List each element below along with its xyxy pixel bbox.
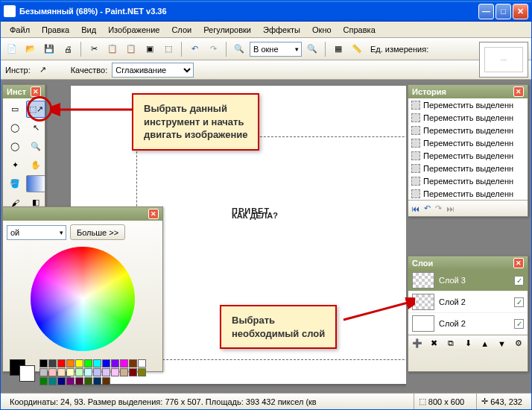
ellipse-select-tool[interactable]: ◯ <box>5 138 25 155</box>
history-item[interactable]: Переместить выделенн <box>408 111 528 124</box>
color-swatch[interactable] <box>84 359 92 368</box>
zoom-in-icon[interactable]: 🔍 <box>304 41 320 57</box>
color-swatch[interactable] <box>111 359 119 368</box>
tools-close-icon[interactable]: ✕ <box>31 86 41 97</box>
menu-layers[interactable]: Слои <box>165 24 197 36</box>
cut-icon[interactable]: ✂ <box>86 41 102 57</box>
zoom-dropdown[interactable]: В окне <box>250 42 302 57</box>
document-thumbnail[interactable]: ····· <box>479 42 528 78</box>
color-swatch[interactable] <box>138 359 146 368</box>
close-button[interactable]: ✕ <box>513 4 528 19</box>
history-forward-icon[interactable]: ⏭ <box>446 204 455 213</box>
layers-list[interactable]: Слой 3✓Слой 2✓Слой 2✓ <box>408 270 528 335</box>
layer-add-icon[interactable]: ➕ <box>410 335 425 352</box>
open-file-icon[interactable]: 📂 <box>22 41 39 57</box>
layer-props-icon[interactable]: ⚙ <box>511 335 526 352</box>
minimize-button[interactable]: — <box>478 4 494 19</box>
colors-panel-title[interactable]: ✕ <box>3 207 162 221</box>
color-swatch[interactable] <box>102 359 110 368</box>
new-file-icon[interactable]: 📄 <box>4 41 20 57</box>
menu-view[interactable]: Вид <box>75 24 102 36</box>
layer-visible-checkbox[interactable]: ✓ <box>514 276 524 286</box>
color-swatch[interactable] <box>120 368 128 376</box>
fill-tool[interactable]: 🪣 <box>5 175 25 192</box>
layers-panel-title[interactable]: Слои ✕ <box>408 256 528 270</box>
layer-item[interactable]: Слой 3✓ <box>408 270 528 291</box>
color-swatch[interactable] <box>39 377 48 385</box>
history-item[interactable]: Переместить выделенн <box>408 136 528 149</box>
color-swatch[interactable] <box>93 368 101 376</box>
color-swatch[interactable] <box>57 377 66 385</box>
colors-close-icon[interactable]: ✕ <box>148 209 159 219</box>
menu-help[interactable]: Справка <box>338 24 381 36</box>
history-item[interactable]: Переместить выделенн <box>408 187 528 200</box>
color-swatch[interactable] <box>66 359 75 368</box>
menu-edit[interactable]: Правка <box>36 24 75 36</box>
color-swatch[interactable] <box>138 368 146 376</box>
lasso-tool[interactable]: ◯ <box>5 119 25 136</box>
quality-select[interactable]: Сглаживание <box>112 63 194 78</box>
color-swatch[interactable] <box>48 377 57 385</box>
deselect-icon[interactable]: ⬚ <box>160 41 177 57</box>
history-close-icon[interactable]: ✕ <box>513 86 524 97</box>
layer-item[interactable]: Слой 2✓ <box>408 291 528 313</box>
color-wheel[interactable] <box>31 247 135 351</box>
color-swatch[interactable] <box>120 359 128 368</box>
menu-image[interactable]: Изображение <box>102 24 165 36</box>
layer-merge-icon[interactable]: ⬇ <box>460 335 475 352</box>
color-swatch[interactable] <box>57 359 66 368</box>
layer-item[interactable]: Слой 2✓ <box>408 313 528 335</box>
crop-icon[interactable]: ▣ <box>142 41 158 57</box>
paste-icon[interactable]: 📋 <box>123 41 139 57</box>
rect-select-tool[interactable]: ▭ <box>5 101 25 118</box>
layer-visible-checkbox[interactable]: ✓ <box>514 319 524 329</box>
gradient-tool[interactable] <box>26 175 45 192</box>
save-icon[interactable]: 💾 <box>41 41 57 57</box>
colors-more-button[interactable]: Больше >> <box>70 224 125 240</box>
menu-window[interactable]: Окно <box>306 24 338 36</box>
history-panel-title[interactable]: История ✕ <box>408 85 528 98</box>
zoom-tool[interactable]: 🔍 <box>26 138 45 155</box>
current-tool-icon[interactable]: ↗ <box>35 62 51 78</box>
ruler-icon[interactable]: 📏 <box>349 41 365 57</box>
copy-icon[interactable]: 📋 <box>104 41 121 57</box>
color-swatch[interactable] <box>84 368 92 376</box>
color-swatch[interactable] <box>75 377 83 385</box>
color-swatch[interactable] <box>39 368 48 376</box>
history-undo-icon[interactable]: ↶ <box>424 204 431 213</box>
layer-visible-checkbox[interactable]: ✓ <box>514 297 524 307</box>
history-item[interactable]: Переместить выделенн <box>408 162 528 174</box>
layer-delete-icon[interactable]: ✖ <box>427 335 442 352</box>
grid-icon[interactable]: ▦ <box>330 41 346 57</box>
redo-icon[interactable]: ↷ <box>205 41 221 57</box>
secondary-color[interactable] <box>19 365 35 382</box>
color-swatch[interactable] <box>111 368 119 376</box>
layers-close-icon[interactable]: ✕ <box>513 258 524 268</box>
history-item[interactable]: Переместить выделенн <box>408 149 528 162</box>
layer-down-icon[interactable]: ▼ <box>495 335 510 352</box>
history-list[interactable]: Переместить выделеннПереместить выделенн… <box>408 98 528 200</box>
maximize-button[interactable]: □ <box>495 4 511 19</box>
zoom-out-icon[interactable]: 🔍 <box>231 41 247 57</box>
menu-effects[interactable]: Эффекты <box>257 24 306 36</box>
color-swatch[interactable] <box>102 377 110 385</box>
color-swatch[interactable] <box>66 377 75 385</box>
color-swatch[interactable] <box>66 368 75 376</box>
history-item[interactable]: Переместить выделенн <box>408 98 528 111</box>
color-swatch[interactable] <box>39 359 48 368</box>
color-swatch[interactable] <box>75 368 83 376</box>
color-swatch[interactable] <box>75 359 83 368</box>
undo-icon[interactable]: ↶ <box>186 41 203 57</box>
move-tool[interactable]: ↖ <box>26 119 45 136</box>
colors-layer-dropdown[interactable]: ой <box>7 225 66 240</box>
color-swatch[interactable] <box>93 377 101 385</box>
color-swatch[interactable] <box>102 368 110 376</box>
menu-adjustments[interactable]: Регулировки <box>197 24 257 36</box>
history-redo-icon[interactable]: ↷ <box>435 204 442 213</box>
pan-tool[interactable]: ✋ <box>26 157 45 174</box>
layer-duplicate-icon[interactable]: ⧉ <box>443 335 458 352</box>
menu-file[interactable]: Файл <box>4 24 36 36</box>
color-swatch[interactable] <box>57 368 66 376</box>
color-swatch[interactable] <box>48 368 57 376</box>
wand-tool[interactable]: ✦ <box>5 157 25 174</box>
